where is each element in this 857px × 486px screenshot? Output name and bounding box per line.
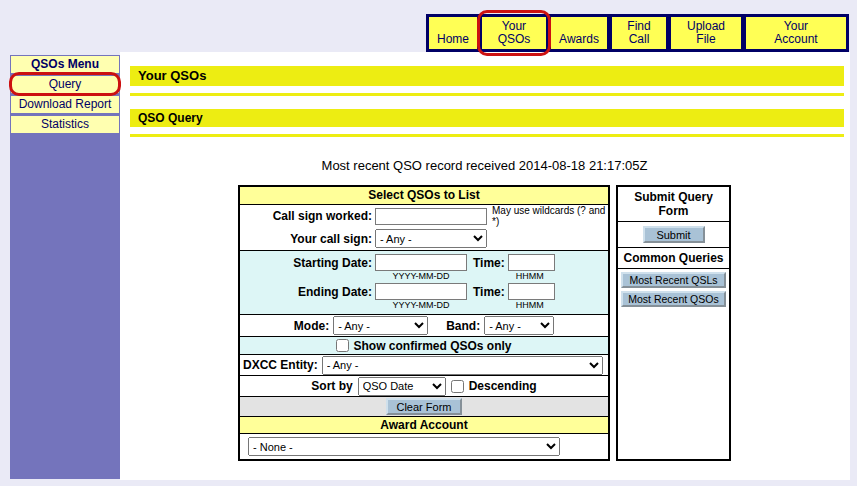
tab-your-account-label: Your Account [774,20,817,46]
sidebar-item-statistics[interactable]: Statistics [11,116,119,133]
top-nav: Home Your QSOs Awards Find Call Upload F… [426,14,849,52]
page-title-banner: Your QSOs [130,66,844,86]
starting-time-input[interactable] [508,254,555,271]
section-title: QSO Query [138,111,203,125]
dxcc-entity-select[interactable]: - Any - [322,356,603,375]
common-queries-buttons: Most Recent QSLs Most Recent QSOs [618,269,729,310]
starting-time-field: HHMM [505,254,555,281]
form-header: Select QSOs to List [240,187,608,204]
page-title: Your QSOs [138,68,206,83]
main-content: Your QSOs QSO Query Most recent QSO reco… [120,52,850,480]
sidebar-item-query-label: Query [49,77,82,91]
starting-date-field: YYYY-MM-DD [375,254,467,281]
tab-home[interactable]: Home [429,17,477,49]
call-sign-worked-label: Call sign worked: [240,209,375,223]
dxcc-entity-label: DXCC Entity: [240,358,318,372]
starting-time-format-hint: HHMM [516,271,544,281]
ending-time-label: Time: [473,283,505,301]
ending-date-row: Ending Date: YYYY-MM-DD Time: HHMM [240,282,608,311]
submit-query-form-title: Submit Query Form [618,187,729,222]
sidebar-title-label: QSOs Menu [31,57,99,71]
band-label: Band: [446,319,480,333]
tab-your-account[interactable]: Your Account [746,17,846,49]
section-title-banner: QSO Query [130,109,844,127]
tab-awards-label: Awards [559,33,599,46]
submit-query-panel: Submit Query Form Submit Common Queries … [616,185,731,461]
descending-checkbox[interactable] [451,380,464,393]
common-queries-title: Common Queries [618,248,729,269]
most-recent-qsls-button[interactable]: Most Recent QSLs [621,272,726,288]
sort-by-row: Sort by QSO Date Descending [240,375,608,396]
ending-time-format-hint: HHMM [516,300,544,310]
sort-by-label: Sort by [311,379,352,393]
your-call-sign-label: Your call sign: [240,232,375,246]
submit-row: Submit [618,222,729,248]
award-account-select[interactable]: - None - [248,437,560,456]
most-recent-qsos-button[interactable]: Most Recent QSOs [621,291,726,307]
page: Home Your QSOs Awards Find Call Upload F… [0,0,857,486]
your-call-sign-row: Your call sign: - Any - [240,227,608,250]
ending-date-field: YYYY-MM-DD [375,283,467,310]
call-sign-worked-row: Call sign worked: May use wildcards (? a… [240,204,608,227]
tab-awards[interactable]: Awards [551,17,607,49]
clear-form-row: Clear Form [240,396,608,416]
dxcc-entity-row: DXCC Entity: - Any - [240,354,608,375]
starting-date-row: Starting Date: YYYY-MM-DD Time: HHMM [240,253,608,282]
qso-query-form: Select QSOs to List Call sign worked: Ma… [238,185,610,461]
mode-label: Mode: [294,319,329,333]
confirmed-only-row: Show confirmed QSOs only [240,336,608,354]
show-confirmed-checkbox[interactable] [336,339,349,352]
ending-date-format-hint: YYYY-MM-DD [392,300,449,310]
query-area: Select QSOs to List Call sign worked: Ma… [238,185,850,461]
sidebar-item-query[interactable]: Query [11,76,119,93]
starting-time-label: Time: [473,254,505,272]
mode-band-row: Mode: - Any - Band: - Any - [240,314,608,336]
wildcards-note: May use wildcards (? and *) [492,205,608,227]
yellow-divider [130,134,844,137]
ending-date-label: Ending Date: [240,283,375,301]
clear-form-button[interactable]: Clear Form [386,398,461,415]
status-line: Most recent QSO record received 2014-08-… [238,158,731,173]
tab-your-qsos-label: Your QSOs [498,20,531,46]
ending-date-input[interactable] [375,283,467,300]
starting-date-format-hint: YYYY-MM-DD [392,271,449,281]
ending-time-field: HHMM [505,283,555,310]
award-account-header: Award Account [240,416,608,433]
ending-time-input[interactable] [508,283,555,300]
descending-label: Descending [469,379,537,393]
tab-home-label: Home [437,33,469,46]
call-sign-worked-input[interactable] [375,208,487,225]
mode-select[interactable]: - Any - [333,316,428,335]
tab-upload-file[interactable]: Upload File [671,17,741,49]
sidebar-title: QSOs Menu [11,56,119,73]
tab-find-call[interactable]: Find Call [612,17,666,49]
sort-by-select[interactable]: QSO Date [358,377,446,396]
sidebar-item-download-report-label: Download Report [19,97,112,111]
submit-button[interactable]: Submit [643,226,705,243]
tab-upload-file-label: Upload File [687,20,725,46]
your-call-sign-select[interactable]: - Any - [375,229,487,248]
band-select[interactable]: - Any - [484,316,554,335]
award-account-row: - None - [240,433,608,459]
sidebar-item-download-report[interactable]: Download Report [11,96,119,113]
sidebar-item-statistics-label: Statistics [41,117,89,131]
show-confirmed-label: Show confirmed QSOs only [353,339,511,353]
starting-date-input[interactable] [375,254,467,271]
tab-your-qsos[interactable]: Your QSOs [482,17,546,49]
starting-date-label: Starting Date: [240,254,375,272]
tab-find-call-label: Find Call [627,20,650,46]
date-range-section: Starting Date: YYYY-MM-DD Time: HHMM End… [240,250,608,314]
yellow-divider [130,93,844,96]
sidebar: QSOs Menu Query Download Report Statisti… [10,55,120,479]
